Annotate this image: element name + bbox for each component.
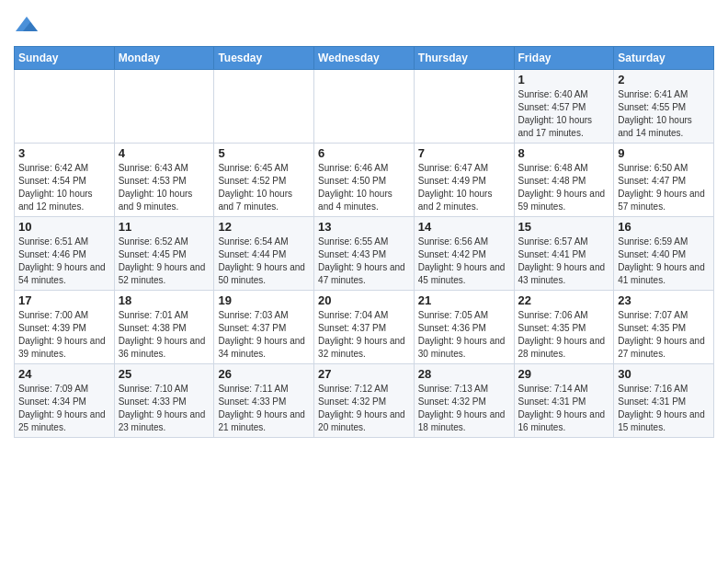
day-info: Sunrise: 6:51 AM Sunset: 4:46 PM Dayligh… — [18, 236, 110, 287]
calendar-cell — [314, 70, 415, 144]
calendar-cell: 26Sunrise: 7:11 AM Sunset: 4:33 PM Dayli… — [214, 364, 314, 438]
day-info: Sunrise: 6:57 AM Sunset: 4:41 PM Dayligh… — [518, 236, 610, 287]
calendar-cell: 28Sunrise: 7:13 AM Sunset: 4:32 PM Dayli… — [414, 364, 514, 438]
day-number: 19 — [218, 293, 310, 307]
day-number: 2 — [618, 73, 710, 86]
day-number: 29 — [518, 367, 610, 381]
day-number: 23 — [618, 293, 710, 307]
calendar-cell: 5Sunrise: 6:45 AM Sunset: 4:52 PM Daylig… — [214, 144, 314, 217]
day-number: 8 — [518, 146, 610, 160]
day-info: Sunrise: 7:00 AM Sunset: 4:39 PM Dayligh… — [18, 309, 110, 361]
day-info: Sunrise: 7:12 AM Sunset: 4:32 PM Dayligh… — [318, 383, 410, 434]
calendar-cell — [414, 70, 514, 144]
calendar-week-row: 3Sunrise: 6:42 AM Sunset: 4:54 PM Daylig… — [15, 144, 714, 217]
day-info: Sunrise: 6:47 AM Sunset: 4:49 PM Dayligh… — [418, 162, 510, 213]
calendar-cell: 25Sunrise: 7:10 AM Sunset: 4:33 PM Dayli… — [114, 364, 214, 438]
day-info: Sunrise: 6:40 AM Sunset: 4:57 PM Dayligh… — [518, 88, 610, 140]
calendar-cell: 13Sunrise: 6:55 AM Sunset: 4:43 PM Dayli… — [314, 217, 415, 291]
calendar-cell: 7Sunrise: 6:47 AM Sunset: 4:49 PM Daylig… — [414, 144, 514, 217]
day-info: Sunrise: 6:56 AM Sunset: 4:42 PM Dayligh… — [418, 236, 510, 287]
calendar-cell: 10Sunrise: 6:51 AM Sunset: 4:46 PM Dayli… — [15, 217, 115, 291]
calendar-cell: 12Sunrise: 6:54 AM Sunset: 4:44 PM Dayli… — [214, 217, 314, 291]
day-number: 5 — [218, 146, 310, 160]
day-number: 30 — [618, 367, 710, 381]
day-info: Sunrise: 6:59 AM Sunset: 4:40 PM Dayligh… — [618, 236, 710, 287]
calendar-cell: 11Sunrise: 6:52 AM Sunset: 4:45 PM Dayli… — [114, 217, 214, 291]
day-number: 15 — [518, 220, 610, 234]
day-number: 24 — [18, 367, 110, 381]
day-number: 18 — [119, 293, 210, 307]
weekday-header: Saturday — [614, 47, 714, 70]
day-info: Sunrise: 6:54 AM Sunset: 4:44 PM Dayligh… — [218, 236, 310, 287]
calendar-cell: 4Sunrise: 6:43 AM Sunset: 4:53 PM Daylig… — [114, 144, 214, 217]
day-info: Sunrise: 6:52 AM Sunset: 4:45 PM Dayligh… — [119, 236, 210, 287]
day-info: Sunrise: 7:14 AM Sunset: 4:31 PM Dayligh… — [518, 383, 610, 434]
day-number: 25 — [119, 367, 210, 381]
day-number: 10 — [18, 220, 110, 234]
weekday-header: Thursday — [414, 47, 514, 70]
day-number: 12 — [218, 220, 310, 234]
day-info: Sunrise: 7:01 AM Sunset: 4:38 PM Dayligh… — [119, 309, 210, 361]
day-info: Sunrise: 6:50 AM Sunset: 4:47 PM Dayligh… — [618, 162, 710, 213]
day-info: Sunrise: 6:45 AM Sunset: 4:52 PM Dayligh… — [218, 162, 310, 213]
day-info: Sunrise: 7:10 AM Sunset: 4:33 PM Dayligh… — [119, 383, 210, 434]
weekday-header-row: SundayMondayTuesdayWednesdayThursdayFrid… — [15, 47, 714, 70]
day-info: Sunrise: 6:41 AM Sunset: 4:55 PM Dayligh… — [618, 88, 710, 140]
calendar-week-row: 10Sunrise: 6:51 AM Sunset: 4:46 PM Dayli… — [15, 217, 714, 291]
day-info: Sunrise: 7:04 AM Sunset: 4:37 PM Dayligh… — [318, 309, 410, 361]
logo — [14, 13, 43, 39]
day-number: 9 — [618, 146, 710, 160]
day-number: 3 — [18, 146, 110, 160]
day-info: Sunrise: 7:13 AM Sunset: 4:32 PM Dayligh… — [418, 383, 510, 434]
calendar-cell: 23Sunrise: 7:07 AM Sunset: 4:35 PM Dayli… — [614, 291, 714, 364]
day-number: 28 — [418, 367, 510, 381]
day-info: Sunrise: 7:06 AM Sunset: 4:35 PM Dayligh… — [518, 309, 610, 361]
calendar-week-row: 17Sunrise: 7:00 AM Sunset: 4:39 PM Dayli… — [15, 291, 714, 364]
calendar-cell: 8Sunrise: 6:48 AM Sunset: 4:48 PM Daylig… — [514, 144, 614, 217]
day-info: Sunrise: 7:07 AM Sunset: 4:35 PM Dayligh… — [618, 309, 710, 361]
calendar-cell: 14Sunrise: 6:56 AM Sunset: 4:42 PM Dayli… — [414, 217, 514, 291]
day-number: 26 — [218, 367, 310, 381]
calendar-cell: 21Sunrise: 7:05 AM Sunset: 4:36 PM Dayli… — [414, 291, 514, 364]
day-number: 7 — [418, 146, 510, 160]
weekday-header: Friday — [514, 47, 614, 70]
day-info: Sunrise: 7:05 AM Sunset: 4:36 PM Dayligh… — [418, 309, 510, 361]
calendar-cell — [214, 70, 314, 144]
page-container: SundayMondayTuesdayWednesdayThursdayFrid… — [0, 0, 728, 447]
calendar-cell: 18Sunrise: 7:01 AM Sunset: 4:38 PM Dayli… — [114, 291, 214, 364]
calendar-cell: 17Sunrise: 7:00 AM Sunset: 4:39 PM Dayli… — [15, 291, 115, 364]
day-number: 21 — [418, 293, 510, 307]
day-number: 27 — [318, 367, 410, 381]
day-info: Sunrise: 7:03 AM Sunset: 4:37 PM Dayligh… — [218, 309, 310, 361]
day-number: 14 — [418, 220, 510, 234]
day-info: Sunrise: 6:55 AM Sunset: 4:43 PM Dayligh… — [318, 236, 410, 287]
day-number: 20 — [318, 293, 410, 307]
calendar-cell: 29Sunrise: 7:14 AM Sunset: 4:31 PM Dayli… — [514, 364, 614, 438]
weekday-header: Sunday — [15, 47, 115, 70]
weekday-header: Monday — [114, 47, 214, 70]
calendar-cell: 6Sunrise: 6:46 AM Sunset: 4:50 PM Daylig… — [314, 144, 415, 217]
calendar-cell: 19Sunrise: 7:03 AM Sunset: 4:37 PM Dayli… — [214, 291, 314, 364]
weekday-header: Wednesday — [314, 47, 415, 70]
calendar-cell: 1Sunrise: 6:40 AM Sunset: 4:57 PM Daylig… — [514, 70, 614, 144]
calendar-cell: 16Sunrise: 6:59 AM Sunset: 4:40 PM Dayli… — [614, 217, 714, 291]
calendar-cell: 24Sunrise: 7:09 AM Sunset: 4:34 PM Dayli… — [15, 364, 115, 438]
day-info: Sunrise: 6:42 AM Sunset: 4:54 PM Dayligh… — [18, 162, 110, 213]
weekday-header: Tuesday — [214, 47, 314, 70]
day-number: 11 — [119, 220, 210, 234]
day-info: Sunrise: 7:11 AM Sunset: 4:33 PM Dayligh… — [218, 383, 310, 434]
calendar-week-row: 24Sunrise: 7:09 AM Sunset: 4:34 PM Dayli… — [15, 364, 714, 438]
day-info: Sunrise: 6:46 AM Sunset: 4:50 PM Dayligh… — [318, 162, 410, 213]
day-number: 13 — [318, 220, 410, 234]
calendar-cell: 9Sunrise: 6:50 AM Sunset: 4:47 PM Daylig… — [614, 144, 714, 217]
day-info: Sunrise: 6:43 AM Sunset: 4:53 PM Dayligh… — [119, 162, 210, 213]
calendar-cell: 22Sunrise: 7:06 AM Sunset: 4:35 PM Dayli… — [514, 291, 614, 364]
calendar-cell: 30Sunrise: 7:16 AM Sunset: 4:31 PM Dayli… — [614, 364, 714, 438]
calendar-cell — [15, 70, 115, 144]
day-number: 6 — [318, 146, 410, 160]
day-number: 22 — [518, 293, 610, 307]
calendar-cell: 15Sunrise: 6:57 AM Sunset: 4:41 PM Dayli… — [514, 217, 614, 291]
day-number: 1 — [518, 73, 610, 86]
calendar-cell: 2Sunrise: 6:41 AM Sunset: 4:55 PM Daylig… — [614, 70, 714, 144]
page-header — [14, 9, 714, 39]
